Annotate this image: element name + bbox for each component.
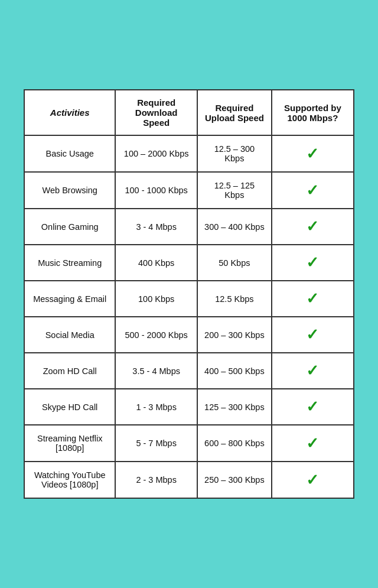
table-row: Messaging & Email100 Kbps12.5 Kbps✓ <box>24 281 354 317</box>
speed-table: Activities Required Download Speed Requi… <box>24 89 354 499</box>
cell-activity: Social Media <box>24 317 115 353</box>
cell-download: 3.5 - 4 Mbps <box>115 353 197 389</box>
table-row: Streaming Netflix [1080p]5 - 7 Mbps600 –… <box>24 425 354 462</box>
cell-upload: 12.5 – 125 Kbps <box>197 172 272 209</box>
table-wrapper: Activities Required Download Speed Requi… <box>6 77 372 511</box>
table-row: Zoom HD Call3.5 - 4 Mbps400 – 500 Kbps✓ <box>24 353 354 389</box>
cell-supported: ✓ <box>272 172 354 209</box>
cell-download: 3 - 4 Mbps <box>115 209 197 245</box>
cell-upload: 50 Kbps <box>197 245 272 281</box>
cell-supported: ✓ <box>272 389 354 425</box>
cell-upload: 200 – 300 Kbps <box>197 317 272 353</box>
table-row: Skype HD Call1 - 3 Mbps125 – 300 Kbps✓ <box>24 389 354 425</box>
checkmark-icon: ✓ <box>306 471 319 489</box>
cell-download: 500 - 2000 Kbps <box>115 317 197 353</box>
header-supported: Supported by 1000 Mbps? <box>272 90 354 135</box>
cell-download: 400 Kbps <box>115 245 197 281</box>
cell-supported: ✓ <box>272 462 354 498</box>
cell-supported: ✓ <box>272 281 354 317</box>
checkmark-icon: ✓ <box>306 145 319 163</box>
checkmark-icon: ✓ <box>306 362 319 379</box>
cell-activity: Watching YouTube Videos [1080p] <box>24 462 115 498</box>
checkmark-icon: ✓ <box>306 181 319 199</box>
table-row: Basic Usage100 – 2000 Kbps12.5 – 300 Kbp… <box>24 135 354 172</box>
cell-download: 5 - 7 Mbps <box>115 425 197 462</box>
cell-activity: Online Gaming <box>24 209 115 245</box>
header-activities: Activities <box>24 90 115 135</box>
checkmark-icon: ✓ <box>306 434 319 452</box>
cell-activity: Music Streaming <box>24 245 115 281</box>
table-row: Watching YouTube Videos [1080p]2 - 3 Mbp… <box>24 462 354 498</box>
table-row: Online Gaming3 - 4 Mbps300 – 400 Kbps✓ <box>24 209 354 245</box>
table-header-row: Activities Required Download Speed Requi… <box>24 90 354 135</box>
cell-activity: Zoom HD Call <box>24 353 115 389</box>
checkmark-icon: ✓ <box>306 217 319 235</box>
cell-supported: ✓ <box>272 425 354 462</box>
table-row: Music Streaming400 Kbps50 Kbps✓ <box>24 245 354 281</box>
cell-activity: Basic Usage <box>24 135 115 172</box>
cell-supported: ✓ <box>272 209 354 245</box>
cell-supported: ✓ <box>272 353 354 389</box>
cell-activity: Messaging & Email <box>24 281 115 317</box>
header-download: Required Download Speed <box>115 90 197 135</box>
cell-upload: 125 – 300 Kbps <box>197 389 272 425</box>
checkmark-icon: ✓ <box>306 398 319 415</box>
cell-supported: ✓ <box>272 135 354 172</box>
checkmark-icon: ✓ <box>306 254 319 271</box>
cell-upload: 600 – 800 Kbps <box>197 425 272 462</box>
checkmark-icon: ✓ <box>306 290 319 307</box>
cell-download: 100 Kbps <box>115 281 197 317</box>
cell-supported: ✓ <box>272 245 354 281</box>
table-row: Social Media500 - 2000 Kbps200 – 300 Kbp… <box>24 317 354 353</box>
header-upload: Required Upload Speed <box>197 90 272 135</box>
cell-download: 100 - 1000 Kbps <box>115 172 197 209</box>
checkmark-icon: ✓ <box>306 326 319 343</box>
cell-upload: 12.5 – 300 Kbps <box>197 135 272 172</box>
cell-activity: Skype HD Call <box>24 389 115 425</box>
cell-download: 100 – 2000 Kbps <box>115 135 197 172</box>
cell-upload: 400 – 500 Kbps <box>197 353 272 389</box>
cell-download: 2 - 3 Mbps <box>115 462 197 498</box>
cell-upload: 250 – 300 Kbps <box>197 462 272 498</box>
cell-activity: Streaming Netflix [1080p] <box>24 425 115 462</box>
cell-supported: ✓ <box>272 317 354 353</box>
cell-upload: 12.5 Kbps <box>197 281 272 317</box>
table-row: Web Browsing100 - 1000 Kbps12.5 – 125 Kb… <box>24 172 354 209</box>
cell-upload: 300 – 400 Kbps <box>197 209 272 245</box>
cell-download: 1 - 3 Mbps <box>115 389 197 425</box>
cell-activity: Web Browsing <box>24 172 115 209</box>
